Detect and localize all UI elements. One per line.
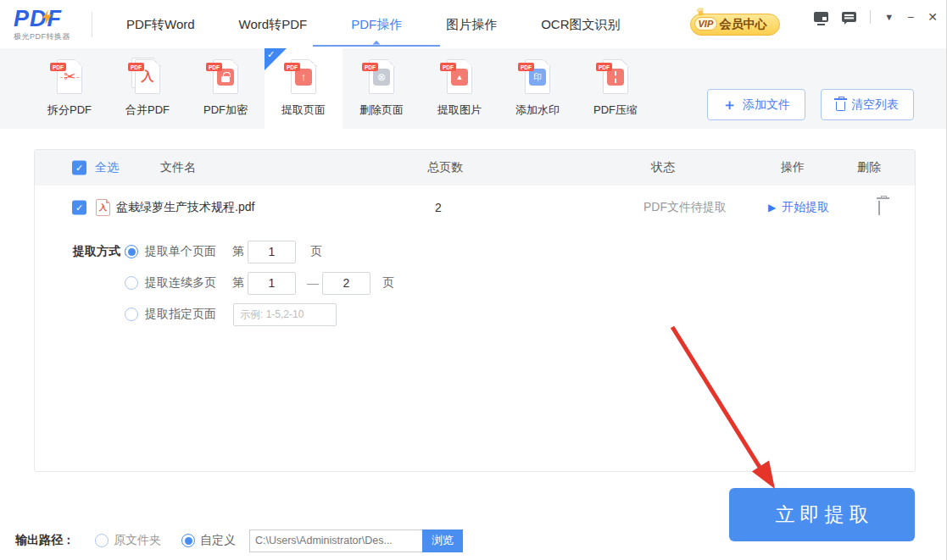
- start-extract-button[interactable]: ▶ 开始提取: [768, 200, 829, 215]
- pdf-tag: PDF: [596, 63, 612, 71]
- lock-icon: PDF: [206, 58, 245, 97]
- main-nav: PDF转Word Word转PDF PDF操作 图片操作 OCR图文识别: [104, 0, 643, 48]
- vip-center-button[interactable]: ♛ VIP 会员中心: [690, 14, 780, 36]
- extract-mode-row-range: 提取连续多页 第 — 页: [35, 271, 915, 295]
- row-delete-button[interactable]: [878, 201, 880, 214]
- output-path-input[interactable]: [249, 530, 422, 552]
- output-path-bar: 输出路径： 原文件夹 自定义 浏览: [15, 527, 463, 554]
- browse-button[interactable]: 浏览: [422, 530, 463, 552]
- tab-pdf-operations[interactable]: PDF操作: [329, 0, 424, 48]
- extract-mode-row-single: 提取方式： 提取单个页面 第 页: [35, 240, 915, 263]
- row-pages: 2: [435, 201, 442, 214]
- check-icon: ✓: [267, 49, 275, 60]
- radio-custom-path[interactable]: [181, 534, 195, 547]
- pdf-tag: PDF: [128, 63, 144, 71]
- trash-icon: [836, 102, 845, 111]
- extract-mode-row-custom: 提取指定页面: [35, 302, 915, 326]
- pdf-tag: PDF: [518, 63, 534, 71]
- custom-path-label: 自定义: [200, 533, 236, 548]
- tool-merge-pdf[interactable]: 入 PDF 合并PDF: [109, 48, 187, 129]
- tab-pdf-to-word[interactable]: PDF转Word: [104, 0, 217, 48]
- tool-delete-pages[interactable]: ⊗ PDF 删除页面: [343, 48, 421, 129]
- col-action: 操作: [781, 160, 805, 175]
- trash-icon: [878, 201, 880, 215]
- table-header: ✓ 全选 文件名 总页数 状态 操作 删除: [35, 150, 915, 186]
- col-pages: 总页数: [427, 160, 463, 175]
- watermark-icon: 印 PDF: [518, 58, 557, 97]
- extract-pages-icon: ↑ PDF: [284, 58, 323, 97]
- tab-word-to-pdf[interactable]: Word转PDF: [217, 0, 330, 48]
- tool-label: PDF压缩: [593, 103, 638, 118]
- mode-custom-label: 提取指定页面: [145, 307, 216, 322]
- divider: [870, 10, 871, 24]
- mode-range-label: 提取连续多页: [145, 275, 216, 291]
- radio-single-page[interactable]: [125, 245, 138, 258]
- radio-page-range[interactable]: [125, 276, 138, 290]
- tool-extract-images[interactable]: ▲ PDF 提取图片: [421, 48, 499, 129]
- pdf-tag: PDF: [50, 63, 66, 71]
- path-group: 浏览: [249, 530, 463, 552]
- divider: [92, 12, 92, 37]
- radio-original-folder[interactable]: [95, 534, 109, 547]
- table-row: ✓ 入 盆栽绿萝生产技术规程.pdf 2 PDF文件待提取 ▶ 开始提取: [35, 186, 915, 230]
- tool-label: 提取页面: [281, 103, 326, 118]
- start-extract-label: 开始提取: [782, 200, 829, 215]
- delete-pages-icon: ⊗ PDF: [362, 58, 401, 97]
- tool-list: ✂ PDF 拆分PDF 入 PDF 合并PDF PDF PDF加密: [31, 48, 655, 129]
- app-window: PDF 极光PDF转换器 PDF转Word Word转PDF PDF操作 图片操…: [0, 0, 947, 560]
- tool-label: 删除页面: [359, 103, 404, 118]
- tool-label: 合并PDF: [125, 103, 170, 118]
- output-original-folder-option[interactable]: 原文件夹: [95, 533, 161, 548]
- tool-label: 添加水印: [515, 103, 560, 118]
- tab-pdf-operations-label: PDF操作: [351, 17, 402, 31]
- tool-add-watermark[interactable]: 印 PDF 添加水印: [499, 48, 577, 129]
- minimize-icon[interactable]: −: [907, 11, 914, 23]
- dropdown-icon[interactable]: ▼: [884, 11, 894, 23]
- play-icon: ▶: [768, 202, 776, 213]
- clear-list-label: 清空列表: [851, 97, 899, 113]
- prefix-text: 第: [232, 275, 244, 291]
- single-page-input[interactable]: [248, 241, 296, 263]
- range-start-input[interactable]: [248, 272, 296, 295]
- tool-strip: ✂ PDF 拆分PDF 入 PDF 合并PDF PDF PDF加密: [0, 48, 946, 129]
- logo-text: PDF: [14, 7, 86, 30]
- feedback-icon[interactable]: [842, 12, 856, 22]
- app-logo: PDF 极光PDF转换器: [14, 7, 86, 42]
- prefix-text: 第: [232, 244, 244, 259]
- tool-encrypt-pdf[interactable]: PDF PDF加密: [187, 48, 265, 129]
- tab-image-operations[interactable]: 图片操作: [424, 0, 519, 48]
- radio-custom-pages[interactable]: [125, 308, 138, 321]
- col-delete: 删除: [857, 160, 881, 175]
- select-all-label: 全选: [95, 160, 119, 175]
- select-all-checkbox[interactable]: ✓: [72, 161, 86, 175]
- pdf-file-icon: 入: [96, 199, 110, 216]
- original-folder-label: 原文件夹: [114, 533, 161, 548]
- pdf-tag: PDF: [440, 63, 456, 71]
- plus-icon: ＋: [722, 97, 737, 112]
- extract-images-icon: ▲ PDF: [440, 58, 479, 97]
- tool-compress-pdf[interactable]: PDF PDF压缩: [577, 48, 655, 129]
- output-custom-option[interactable]: 自定义: [181, 533, 236, 548]
- tool-extract-pages[interactable]: ✓ ↑ PDF 提取页面: [265, 48, 343, 129]
- close-icon[interactable]: ✕: [928, 11, 938, 23]
- row-checkbox[interactable]: ✓: [72, 201, 86, 215]
- tool-label: 拆分PDF: [47, 103, 92, 118]
- split-pdf-icon: ✂ PDF: [50, 58, 89, 97]
- suffix-text: 页: [382, 275, 394, 291]
- custom-pages-input[interactable]: [233, 303, 337, 326]
- row-filename: 盆栽绿萝生产技术规程.pdf: [116, 200, 254, 215]
- vip-badge: VIP: [694, 17, 718, 30]
- window-controls: ▼ − ✕: [814, 0, 938, 34]
- clear-list-button[interactable]: 清空列表: [821, 89, 914, 120]
- tool-split-pdf[interactable]: ✂ PDF 拆分PDF: [31, 48, 109, 129]
- add-files-button[interactable]: ＋ 添加文件: [707, 89, 805, 120]
- list-actions: ＋ 添加文件 清空列表: [707, 89, 914, 120]
- logo-subtitle: 极光PDF转换器: [14, 31, 86, 42]
- range-end-input[interactable]: [322, 272, 370, 295]
- monitor-icon[interactable]: [814, 12, 828, 22]
- col-status: 状态: [651, 160, 675, 175]
- range-dash: —: [307, 276, 319, 290]
- tool-label: PDF加密: [203, 103, 248, 118]
- tab-ocr[interactable]: OCR图文识别: [519, 0, 642, 48]
- extract-now-button[interactable]: 立即提取: [729, 488, 915, 541]
